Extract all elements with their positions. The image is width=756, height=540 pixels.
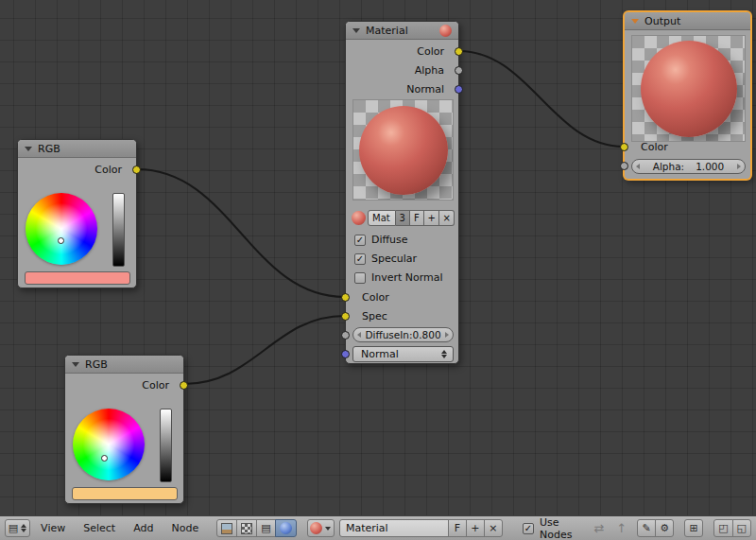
spec-input-label: Spec <box>362 310 387 323</box>
slider-decrement-icon[interactable] <box>636 164 640 169</box>
editor-type-button[interactable]: ▤ <box>5 519 30 537</box>
texture-tree-button[interactable] <box>236 519 257 537</box>
material-header[interactable]: Material <box>346 22 458 40</box>
material-name-field[interactable]: Material <box>339 519 449 537</box>
material-name-field[interactable]: Mat <box>368 210 396 226</box>
normal-output-label: Normal <box>406 83 444 96</box>
slider-increment-icon[interactable] <box>737 164 741 169</box>
diffuse-checkbox[interactable]: ✓ <box>354 235 366 246</box>
rgb2-header[interactable]: RGB <box>65 356 183 374</box>
paste-button[interactable]: ◱ <box>732 519 751 537</box>
color-wheel[interactable] <box>73 409 145 480</box>
copy-icon: ◰ <box>718 523 728 533</box>
add-material-button[interactable]: + <box>424 210 439 226</box>
collapse-icon[interactable] <box>25 147 32 151</box>
add-material-button[interactable]: + <box>466 519 485 537</box>
wheel-cursor[interactable] <box>58 237 64 244</box>
alpha-output-socket[interactable] <box>455 66 463 75</box>
link-rgb1-to-material-color <box>137 169 345 297</box>
menu-add[interactable]: Add <box>126 522 161 534</box>
unlink-material-button[interactable]: × <box>484 519 503 537</box>
material-preview-icon <box>439 25 452 37</box>
diffuse-toggle-row[interactable]: ✓ Diffuse <box>354 234 408 246</box>
link-icon[interactable]: ⇄ <box>589 521 609 535</box>
collapse-icon[interactable] <box>72 362 79 367</box>
value-slider[interactable] <box>160 409 172 482</box>
specular-checkbox[interactable]: ✓ <box>354 253 366 265</box>
diffuse-slider[interactable]: DiffuseIn:0.800 <box>352 327 454 342</box>
use-nodes-checkbox[interactable]: ✓ <box>523 523 534 534</box>
color-output-socket[interactable] <box>455 47 463 56</box>
alpha-slider-value: 1.000 <box>696 161 724 172</box>
use-nodes-label: Use Nodes <box>540 516 586 540</box>
browse-material-button[interactable] <box>307 519 335 537</box>
alpha-input-socket[interactable] <box>620 162 628 170</box>
gear-button[interactable]: ⚙ <box>655 519 674 537</box>
invert-normal-toggle-row[interactable]: Invert Normal <box>354 271 443 284</box>
slider-increment-icon[interactable] <box>445 332 449 338</box>
image-tree-button[interactable] <box>216 519 237 537</box>
arrow-up-icon[interactable]: ↑ <box>611 521 631 535</box>
value-slider[interactable] <box>112 193 125 267</box>
color-input-label: Color <box>362 291 389 305</box>
node-title: Material <box>366 25 408 37</box>
diffuse-label: Diffuse <box>371 234 408 246</box>
invert-normal-checkbox[interactable] <box>354 272 366 284</box>
check-icon: ✓ <box>356 235 364 245</box>
user-count-badge[interactable]: 3 <box>396 210 410 226</box>
menu-view[interactable]: View <box>33 522 73 534</box>
spec-input-socket[interactable] <box>341 312 350 321</box>
material-tree-button[interactable] <box>275 519 297 537</box>
color-output-label: Color <box>142 379 169 392</box>
node-editor-canvas[interactable]: RGB Color RGB Color Material Color Alpha <box>0 0 756 540</box>
slider-decrement-icon[interactable] <box>357 332 361 338</box>
link-material-to-output-color <box>459 51 624 147</box>
material-node[interactable]: Material Color Alpha Normal Mat 3 F + × … <box>345 21 459 364</box>
material-datablock-row: Mat 3 F + × <box>352 210 455 226</box>
gear-icon: ⚙ <box>660 523 669 533</box>
material-name-group: Material F + × <box>339 519 503 537</box>
rgb-node-1[interactable]: RGB Color <box>17 139 137 288</box>
normal-dropdown-value: Normal <box>361 348 399 360</box>
rgb-node-2[interactable]: RGB Color <box>64 355 184 504</box>
link-rgb2-to-material-spec <box>184 316 345 384</box>
use-nodes-toggle[interactable]: ✓ Use Nodes <box>523 516 586 540</box>
color-input-socket[interactable] <box>620 143 628 151</box>
copy-button[interactable]: ◰ <box>713 519 732 537</box>
material-ball-icon[interactable] <box>352 211 366 225</box>
node-tree-button[interactable]: ▤ <box>256 519 275 537</box>
alpha-slider[interactable]: Alpha: 1.000 <box>631 159 746 174</box>
material-preview <box>352 99 454 200</box>
invert-normal-label: Invert Normal <box>371 271 443 284</box>
color-output-label: Color <box>417 45 444 59</box>
add-grid-button[interactable]: ⊞ <box>684 519 703 537</box>
specular-label: Specular <box>371 253 417 265</box>
output-preview <box>631 35 746 142</box>
menu-node[interactable]: Node <box>163 522 206 534</box>
color-swatch[interactable] <box>72 487 178 500</box>
color-output-label: Color <box>94 164 122 177</box>
wheel-cursor[interactable] <box>101 455 108 462</box>
output-node[interactable]: Output Color Alpha: 1.000 <box>624 11 751 180</box>
unlink-material-button[interactable]: × <box>439 210 455 226</box>
collapse-icon[interactable] <box>352 28 360 33</box>
color-output-socket[interactable] <box>132 165 141 174</box>
color-wheel[interactable] <box>26 193 97 265</box>
collapse-icon[interactable] <box>631 19 639 24</box>
color-input-socket[interactable] <box>341 293 350 302</box>
specular-toggle-row[interactable]: ✓ Specular <box>354 253 417 265</box>
output-header[interactable]: Output <box>625 12 750 30</box>
fake-user-button[interactable]: F <box>410 210 425 226</box>
normal-output-socket[interactable] <box>455 85 463 94</box>
fake-user-button[interactable]: F <box>448 519 467 537</box>
rgb1-header[interactable]: RGB <box>18 140 136 158</box>
diffuse-input-socket[interactable] <box>341 331 350 340</box>
normal-input-socket[interactable] <box>341 350 350 358</box>
normal-dropdown[interactable]: Normal <box>352 346 454 362</box>
color-output-socket[interactable] <box>180 381 188 390</box>
node-title: Output <box>644 15 680 27</box>
menu-select[interactable]: Select <box>76 522 123 534</box>
color-swatch[interactable] <box>25 271 130 285</box>
alpha-slider-label: Alpha: <box>653 161 684 172</box>
grease-pencil-button[interactable]: ✎ <box>637 519 656 537</box>
